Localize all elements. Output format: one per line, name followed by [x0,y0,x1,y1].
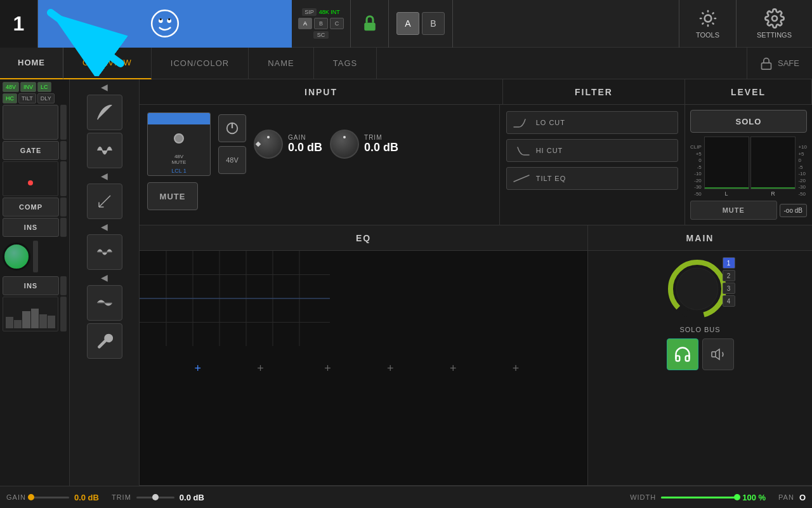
strip-wrench-btn[interactable] [87,323,122,359]
btn-hc[interactable]: HC [3,93,17,104]
bottom-gain-value: 0.0 dB [74,493,99,502]
bottom-trim-slider[interactable] [136,497,174,498]
input-header: INPUT [140,79,503,104]
safe-button[interactable]: SAFE [747,48,812,79]
eq-grid [140,251,330,346]
strip-diagonal-btn[interactable] [87,184,122,219]
btn-tilt[interactable]: TILT [18,93,36,104]
trim-value: 0.0 dB [364,141,398,154]
ins1-button[interactable]: INS [3,218,59,237]
bottom-gain-slider[interactable] [31,497,69,498]
strip-eq-btn2[interactable] [87,285,122,321]
lcl-block[interactable]: 48V MUTE LCL 1 [147,112,211,176]
tab-name[interactable]: NAME [249,48,314,79]
comp-fader[interactable] [60,197,67,217]
channel-icon-block[interactable] [38,0,292,48]
eq-section-header: EQ [140,225,587,251]
bottom-gain: GAIN 0.0 dB [6,493,99,502]
lock-button[interactable] [351,0,389,48]
ins1-fader[interactable] [60,218,67,237]
eq-point-5[interactable]: + [450,363,457,374]
gain-label: GAIN [288,134,322,141]
tools-button[interactable]: TOOLS [679,0,736,48]
btn-inv[interactable]: INV [20,82,36,92]
ab-btn-a[interactable]: A [396,12,419,35]
bus-2[interactable]: 2 [723,270,735,281]
strip-curve-btn[interactable] [87,95,122,130]
channel-number[interactable]: 1 [0,0,38,48]
ins2-fader[interactable] [60,276,67,295]
eq-canvas[interactable]: + + + + + + [140,251,587,485]
ins1-row: INS [3,218,67,237]
main-content: INPUT FILTER LEVEL [140,79,812,486]
meter-bar-r [750,137,796,189]
solo-button[interactable]: SOLO [690,110,807,133]
strip-expand-arrow4[interactable]: ◀ [101,272,108,283]
settings-button[interactable]: SETTINGS [736,0,812,48]
tab-tags[interactable]: TAGS [314,48,377,79]
comp-button[interactable]: COMP [3,197,59,217]
bus-4[interactable]: 4 [723,295,735,307]
btn-dly[interactable]: DLY [37,93,55,104]
v48-button[interactable]: 48V [218,146,246,174]
hi-cut-button[interactable]: HI CUT [506,139,678,162]
meter-bar-l [704,137,749,189]
btn-a[interactable]: A [298,18,312,29]
eq-point-4[interactable]: + [387,363,394,374]
lock-icon [360,14,379,33]
eq-point-2[interactable]: + [257,363,264,374]
level-mute-button[interactable]: MUTE [690,201,777,220]
strip-eq-btn[interactable] [87,234,122,270]
strip-expand-arrow[interactable]: ◀ [101,82,108,92]
headphone-button[interactable] [667,338,698,370]
trim-knob-dot [343,136,346,138]
tools-icon [698,8,718,29]
power-icon [225,121,239,135]
bus-1[interactable]: 1 [723,257,735,269]
eq-point-3[interactable]: + [324,363,331,374]
home-tab[interactable]: HOME [0,48,63,79]
tab-overview[interactable]: OVERVIEW [63,48,152,79]
knob-dot [267,136,270,138]
sip-label: SIP [302,8,317,16]
lcl-knob[interactable] [174,133,184,144]
bottom-width-fill [661,497,737,498]
lo-cut-icon [512,115,531,130]
meter-clip-label: CLIP [690,144,702,150]
strip-wave-btn[interactable] [87,133,122,168]
sc-label: SC [313,31,329,39]
ins2-button[interactable]: INS [3,276,59,295]
btn-c[interactable]: C [330,18,344,29]
sidebar-small-buttons: 48V INV LC HC TILT DLY [3,82,67,104]
hi-cut-icon [512,143,531,158]
gain-info: GAIN 0.0 dB [288,134,322,154]
gate-fader[interactable] [60,141,67,160]
speaker-button[interactable] [702,338,734,370]
mute-button[interactable]: MUTE [147,182,198,210]
svg-point-0 [152,10,178,37]
strip-expand-arrow2[interactable]: ◀ [101,171,108,181]
eq-point-1[interactable]: + [195,363,202,374]
bus-3[interactable]: 3 [723,283,735,294]
strip-expand-arrow3[interactable]: ◀ [101,222,108,232]
eq-point-6[interactable]: + [513,363,520,374]
tilt-eq-button[interactable]: TILT EQ [506,167,678,190]
power-button[interactable] [218,114,246,142]
settings-icon [764,8,785,29]
lo-cut-button[interactable]: LO CUT [506,111,678,134]
btn-48v[interactable]: 48V [3,82,19,92]
ab-btn-b[interactable]: B [422,12,445,35]
bottom-width-slider[interactable] [661,497,737,498]
tab-icon-color[interactable]: ICON/COLOR [152,48,249,79]
svg-point-3 [160,18,162,20]
meter-fill-l [705,187,749,189]
trim-knob[interactable] [330,130,359,159]
gate-button[interactable]: GATE [3,141,59,160]
main-knob[interactable] [3,243,30,271]
db-display: -oo dB [780,204,807,217]
btn-lc[interactable]: LC [37,82,51,92]
btn-b[interactable]: B [314,18,328,29]
gain-knob[interactable] [254,130,283,159]
ab-block: A B [389,0,453,48]
knob-fader[interactable] [33,241,38,272]
